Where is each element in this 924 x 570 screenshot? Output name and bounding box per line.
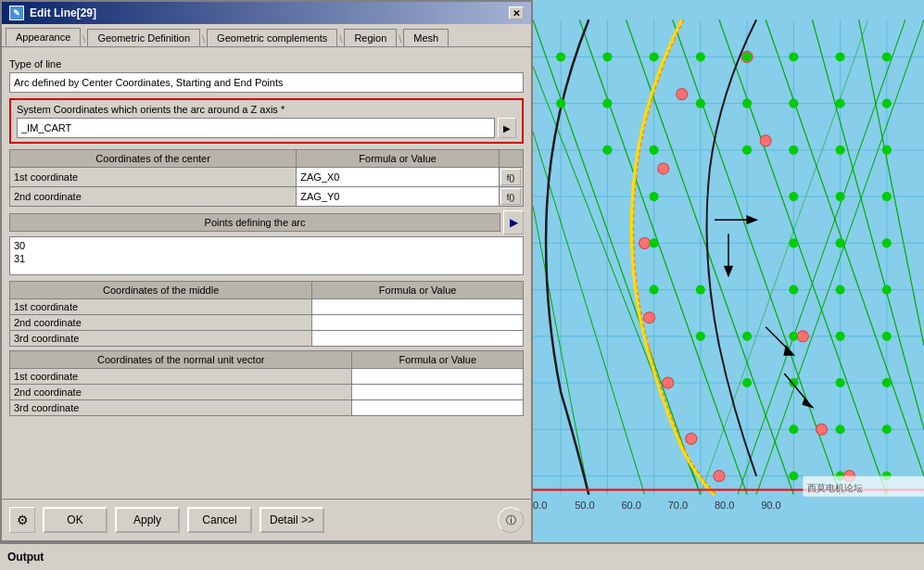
apply-button[interactable]: Apply (115, 507, 180, 533)
center-col1-header: Coordinates of the center (10, 150, 297, 168)
footer-icon-left[interactable]: ⚙ (9, 507, 35, 533)
dialog-footer: ⚙ OK Apply Cancel Detail >> ⓘ (2, 499, 531, 540)
svg-point-58 (650, 146, 659, 155)
system-coords-dropdown[interactable]: _IM_CART (17, 118, 495, 138)
normal-row3-value[interactable] (352, 400, 524, 416)
svg-text:80.0: 80.0 (715, 500, 735, 511)
svg-point-60 (789, 146, 798, 155)
table-row: 2nd coordinate (10, 385, 524, 400)
tab-geometric-complements[interactable]: Geometric complements (207, 29, 337, 46)
ok-button[interactable]: OK (43, 507, 108, 533)
normal-row2-value[interactable] (352, 385, 524, 400)
normal-col2-header: Formula or Value (352, 351, 524, 369)
svg-point-81 (742, 378, 752, 387)
svg-text:60.0: 60.0 (621, 500, 641, 511)
normal-row2-label: 2nd coordinate (10, 385, 352, 400)
svg-point-42 (556, 52, 565, 61)
points-action-btn[interactable]: ▶ (503, 210, 524, 234)
svg-point-79 (836, 332, 845, 341)
svg-point-51 (602, 99, 612, 108)
table-row: 3rd coordinate (10, 400, 524, 416)
system-coords-label: System Coordinates which orients the arc… (17, 104, 516, 115)
normal-row1-value[interactable] (352, 369, 524, 385)
svg-point-38 (686, 433, 697, 444)
tab-sep2: \ (202, 33, 205, 46)
svg-point-74 (836, 285, 845, 295)
middle-coords-table: Coordinates of the middle Formula or Val… (9, 281, 524, 347)
cancel-button[interactable]: Cancel (187, 507, 252, 533)
dialog-title: Edit Line[29] (30, 6, 96, 19)
svg-point-87 (882, 424, 892, 434)
middle-row1-label: 1st coordinate (10, 299, 312, 315)
svg-point-84 (882, 378, 892, 387)
normal-coords-table: Coordinates of the normal unit vector Fo… (9, 350, 524, 416)
svg-point-44 (650, 52, 659, 61)
svg-point-49 (882, 52, 892, 61)
svg-point-68 (789, 238, 798, 247)
svg-point-45 (696, 52, 705, 61)
table-row: 2nd coordinate (10, 315, 524, 331)
cad-svg: 0.0 50.0 60.0 70.0 80.0 90.0 西莫电机论坛 (533, 0, 924, 542)
points-list: 30 31 (9, 236, 524, 275)
info-button[interactable]: ⓘ (498, 507, 524, 533)
svg-point-35 (639, 237, 651, 248)
detail-button[interactable]: Detail >> (259, 507, 324, 533)
center-row2-formula-btn[interactable]: f() (500, 188, 521, 205)
dialog-icon: ✎ (9, 6, 24, 20)
table-row: 3rd coordinate (10, 331, 524, 347)
cad-panel: 0.0 50.0 60.0 70.0 80.0 90.0 西莫电机论坛 (533, 0, 924, 542)
type-of-line-dropdown[interactable]: Arc defined by Center Coordinates, Start… (9, 72, 524, 93)
titlebar-left: ✎ Edit Line[29] (9, 6, 96, 20)
normal-row1-label: 1st coordinate (10, 369, 352, 385)
svg-point-75 (882, 285, 892, 295)
middle-row3-value[interactable] (312, 331, 524, 347)
output-bar: Output (0, 542, 924, 570)
tab-sep3: \ (339, 33, 342, 46)
point-item-1: 30 (14, 239, 519, 252)
svg-point-50 (556, 99, 565, 108)
svg-point-71 (650, 285, 659, 295)
tab-geometric-definition[interactable]: Geometric Definition (87, 29, 200, 46)
tab-mesh[interactable]: Mesh (403, 29, 449, 46)
svg-point-80 (882, 332, 892, 341)
dialog-titlebar: ✎ Edit Line[29] ✕ (2, 2, 531, 24)
system-coords-row: _IM_CART ▶ (17, 118, 516, 138)
svg-point-41 (760, 135, 771, 146)
svg-point-88 (789, 472, 798, 481)
tabs-row: Appearance \ Geometric Definition \ Geom… (2, 24, 531, 46)
svg-point-63 (650, 192, 659, 201)
middle-col1-header: Coordinates of the middle (10, 282, 312, 299)
tab-appearance[interactable]: Appearance (6, 28, 81, 46)
center-row2-value[interactable]: ZAG_Y0 (297, 187, 500, 207)
center-row1-label: 1st coordinate (10, 168, 297, 187)
svg-point-56 (882, 99, 892, 108)
svg-point-59 (742, 146, 752, 155)
point-item-2: 31 (14, 252, 519, 265)
type-of-line-row: Arc defined by Center Coordinates, Start… (9, 72, 524, 93)
tab-region[interactable]: Region (344, 29, 397, 46)
output-label: Output (7, 551, 44, 564)
center-row1-formula-btn[interactable]: f() (500, 169, 521, 185)
svg-point-61 (836, 146, 845, 155)
dialog-panel: ✎ Edit Line[29] ✕ Appearance \ Geometric… (0, 0, 533, 542)
svg-point-46 (742, 52, 752, 61)
points-header-label: Points defining the arc (9, 213, 500, 232)
svg-point-39 (714, 471, 725, 482)
middle-row1-value[interactable] (312, 299, 524, 315)
svg-point-67 (650, 238, 659, 247)
close-button[interactable]: ✕ (509, 6, 524, 19)
svg-point-65 (836, 192, 845, 201)
points-header-row: Points defining the arc ▶ (9, 210, 524, 234)
svg-text:70.0: 70.0 (668, 500, 689, 511)
svg-point-53 (742, 99, 752, 108)
system-coords-action-btn[interactable]: ▶ (498, 118, 516, 138)
svg-point-72 (696, 285, 705, 295)
center-row1-value[interactable]: ZAG_X0 (297, 168, 500, 187)
svg-point-66 (882, 192, 892, 201)
middle-row2-value[interactable] (312, 315, 524, 331)
svg-point-54 (789, 99, 798, 108)
table-row: 2nd coordinate ZAG_Y0 f() (10, 187, 524, 207)
svg-text:西莫电机论坛: 西莫电机论坛 (807, 483, 863, 493)
svg-point-64 (789, 192, 798, 201)
svg-text:90.0: 90.0 (761, 500, 781, 511)
